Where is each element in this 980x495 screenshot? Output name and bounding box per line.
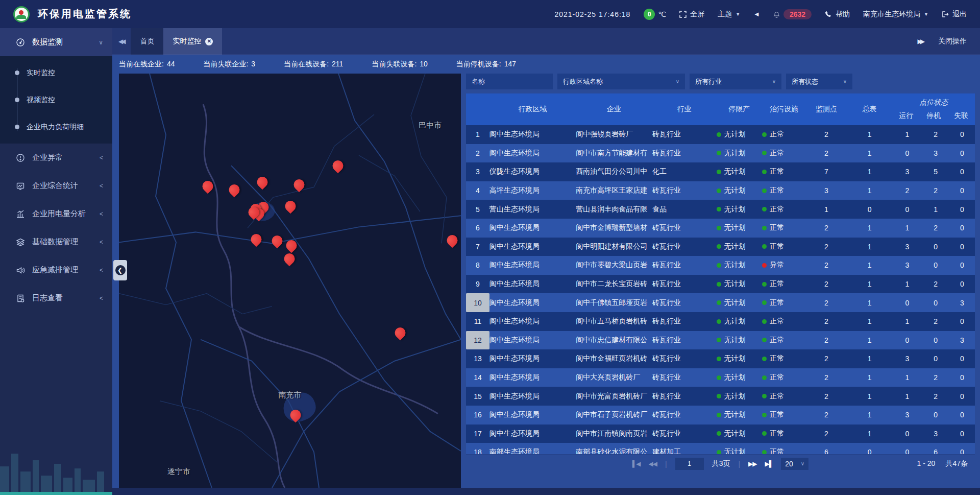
first-page-icon[interactable]: ▌◀ — [632, 460, 641, 467]
row-monitor-count: 2 — [806, 261, 847, 269]
col-stop: 停机 — [920, 111, 947, 121]
table-row[interactable]: 15 阆中生态环境局 阆中市光富页岩机砖厂 砖瓦行业 无计划 正常 2 1 1 … — [466, 387, 975, 406]
status-dot — [762, 170, 767, 174]
row-offline-count: 0 — [949, 317, 975, 325]
row-company: 阆中市江南镇阆南页岩 — [576, 429, 652, 438]
next-page-icon[interactable]: ▶▶ — [748, 460, 756, 467]
help-button[interactable]: 帮助 — [825, 10, 850, 19]
mute-button[interactable]: ◄ — [753, 10, 760, 18]
stat-stopped-devices: 当前停机设备:147 — [456, 60, 516, 69]
close-operations-button[interactable]: 关闭操作 — [938, 37, 967, 46]
table-row[interactable]: 14 阆中生态环境局 阆中大兴页岩机砖厂 砖瓦行业 无计划 正常 2 1 1 2… — [466, 368, 975, 387]
region-select[interactable]: 行政区域名称∨ — [557, 74, 685, 89]
row-index: 3 — [466, 162, 489, 181]
row-facility: 正常 — [762, 130, 806, 139]
row-production: 无计划 — [717, 261, 763, 270]
row-company: 阆中强锐页岩砖厂 — [576, 130, 652, 139]
row-production: 无计划 — [717, 242, 763, 251]
row-production: 无计划 — [717, 336, 763, 345]
notifications[interactable]: 2632 — [773, 9, 812, 19]
table-row[interactable]: 17 阆中生态环境局 阆中市江南镇阆南页岩 砖瓦行业 无计划 正常 2 1 0 … — [466, 425, 975, 443]
table-row[interactable]: 1 阆中生态环境局 阆中强锐页岩砖厂 砖瓦行业 无计划 正常 2 1 1 2 0 — [466, 125, 975, 144]
status-dot-green — [717, 207, 721, 211]
stat-online-enterprises: 当前在线企业:44 — [119, 60, 175, 69]
fullscreen-button[interactable]: 全屏 — [679, 10, 704, 19]
table-row[interactable]: 3 仪陇生态环境局 西南油气田分公司川中 化工 无计划 正常 7 1 3 5 0 — [466, 162, 975, 181]
row-company: 阆中市枣碧大梁山页岩 — [576, 261, 652, 270]
sidebar-item-video-monitoring[interactable]: 视频监控 — [0, 86, 112, 113]
row-stop-count: 1 — [922, 205, 949, 214]
row-index: 8 — [466, 256, 489, 275]
row-facility: 正常 — [762, 242, 806, 251]
org-menu[interactable]: 南充市生态环境局 ▼ — [863, 10, 928, 19]
table-row[interactable]: 11 阆中生态环境局 阆中市五马桥页岩机砖 砖瓦行业 无计划 正常 2 1 1 … — [466, 312, 975, 331]
row-meter-count: 1 — [847, 224, 893, 232]
page-number-input[interactable] — [675, 458, 704, 470]
table-row[interactable]: 12 阆中生态环境局 阆中市忠信建材有限公 砖瓦行业 无计划 正常 2 1 0 … — [466, 331, 975, 350]
logout-button[interactable]: 退出 — [942, 10, 967, 19]
table-row[interactable]: 10 阆中生态环境局 阆中千佛镇五郎垭页岩 砖瓦行业 无计划 正常 2 1 0 … — [466, 293, 975, 312]
row-run-count: 0 — [892, 149, 922, 157]
row-meter-count: 1 — [847, 130, 893, 138]
pagination-bar: ▌◀ ◀◀ | 共3页 | ▶▶ ▶▌ 20 ∨ 1 - 20 共47条 — [466, 454, 975, 473]
row-monitor-count: 2 — [806, 243, 847, 251]
table-row[interactable]: 16 阆中生态环境局 阆中市石子页岩机砖厂 砖瓦行业 无计划 正常 2 1 3 … — [466, 406, 975, 425]
row-production: 无计划 — [717, 410, 763, 419]
sidebar-item-enterprise-anomaly[interactable]: 企业异常 < — [0, 144, 112, 172]
row-meter-count: 1 — [847, 168, 893, 176]
row-company: 南充市高坪区王家店建 — [576, 186, 652, 195]
table-row[interactable]: 7 阆中生态环境局 阆中明阳建材有限公司 砖瓦行业 无计划 正常 2 1 3 0… — [466, 238, 975, 256]
sidebar-item-emergency-reduction[interactable]: 应急减排管理 < — [0, 256, 112, 284]
sidebar-item-realtime-monitoring[interactable]: 实时监控 — [0, 59, 112, 86]
name-search-input[interactable] — [466, 74, 553, 89]
tab-bar: ◀◀ 首页 实时监控 ✕ ▶▶ 关闭操作 — [112, 28, 980, 55]
row-run-count: 0 — [892, 205, 922, 214]
row-run-count: 1 — [892, 130, 922, 138]
row-offline-count: 3 — [949, 299, 975, 307]
last-page-icon[interactable]: ▶▌ — [765, 460, 773, 467]
sidebar-item-power-usage-analysis[interactable]: 企业用电量分析 < — [0, 200, 112, 228]
range-label: 1 - 20 — [917, 459, 936, 468]
row-stop-count: 2 — [922, 392, 949, 400]
chevron-down-icon: ∨ — [676, 79, 679, 84]
row-company: 阆中市五马桥页岩机砖 — [576, 317, 652, 326]
status-select[interactable]: 所有状态∨ — [786, 74, 852, 89]
row-run-count: 3 — [892, 243, 922, 251]
sidebar-item-base-data-management[interactable]: 基础数据管理 < — [0, 228, 112, 256]
table-row[interactable]: 5 营山生态环境局 营山县润丰肉食品有限 食品 无计划 正常 1 0 0 1 0 — [466, 200, 975, 219]
sidebar-item-enterprise-statistics[interactable]: 企业综合统计 < — [0, 172, 112, 200]
tabs-scroll-right-icon[interactable]: ▶▶ — [918, 38, 923, 45]
row-industry: 砖瓦行业 — [652, 373, 717, 382]
table-row[interactable]: 2 阆中生态环境局 阆中市南方节能建材有 砖瓦行业 无计划 正常 2 1 0 3… — [466, 144, 975, 163]
map-collapse-button[interactable]: ❮ — [113, 260, 127, 280]
prev-page-icon[interactable]: ◀◀ — [649, 460, 657, 467]
tab-realtime-monitoring[interactable]: 实时监控 ✕ — [163, 28, 222, 55]
tab-home[interactable]: 首页 — [131, 28, 163, 55]
page-size-select[interactable]: 20 ∨ — [781, 458, 808, 470]
theme-menu[interactable]: 主题 ▼ — [718, 10, 740, 19]
chevron-down-icon: ▼ — [924, 12, 928, 17]
col-point-status-group: 点位状态 运行 停机 失联 — [892, 93, 975, 125]
row-industry: 砖瓦行业 — [652, 223, 717, 232]
sidebar-item-power-load-detail[interactable]: 企业电力负荷明细 — [0, 113, 112, 140]
table-row[interactable]: 8 阆中生态环境局 阆中市枣碧大梁山页岩 砖瓦行业 无计划 异常 2 1 3 0… — [466, 256, 975, 275]
map-canvas[interactable]: ❮ 巴中市南充市遂宁市 — [119, 74, 461, 488]
status-dot — [762, 338, 767, 342]
row-industry: 砖瓦行业 — [652, 336, 717, 345]
table-row[interactable]: 9 阆中生态环境局 阆中市二龙长宝页岩砖 砖瓦行业 无计划 正常 2 1 1 2… — [466, 275, 975, 294]
table-row[interactable]: 13 阆中生态环境局 阆中市金福旺页岩机砖 砖瓦行业 无计划 正常 2 1 3 … — [466, 349, 975, 368]
table-row[interactable]: 4 高坪生态环境局 南充市高坪区王家店建 砖瓦行业 无计划 正常 3 1 2 2… — [466, 181, 975, 200]
industry-select[interactable]: 所有行业∨ — [690, 74, 781, 89]
table-row[interactable]: 18 南部生态环境局 南部县砂化水泥有限公 建材加工 无计划 正常 6 0 0 … — [466, 443, 975, 454]
sidebar-item-log-view[interactable]: 日志查看 < — [0, 284, 112, 312]
close-icon[interactable]: ✕ — [205, 38, 213, 45]
sidebar-item-data-monitoring[interactable]: 数据监测 ∨ — [0, 28, 112, 56]
row-facility: 正常 — [762, 392, 806, 401]
content-area: ◀◀ 首页 实时监控 ✕ ▶▶ 关闭操作 当前在线企业:44 当前失联企业:3 … — [112, 28, 980, 488]
row-index: 11 — [466, 312, 489, 331]
sidebar: 数据监测 ∨ 实时监控 视频监控 企业电力负荷明细 企业异常 < 企业综合统计 … — [0, 28, 112, 495]
col-company: 企业 — [576, 93, 652, 125]
table-row[interactable]: 6 阆中生态环境局 阆中市金博瑞新型墙材 砖瓦行业 无计划 正常 2 1 1 2… — [466, 219, 975, 238]
row-offline-count: 0 — [949, 149, 975, 157]
tabs-scroll-left-icon[interactable]: ◀◀ — [118, 38, 124, 45]
